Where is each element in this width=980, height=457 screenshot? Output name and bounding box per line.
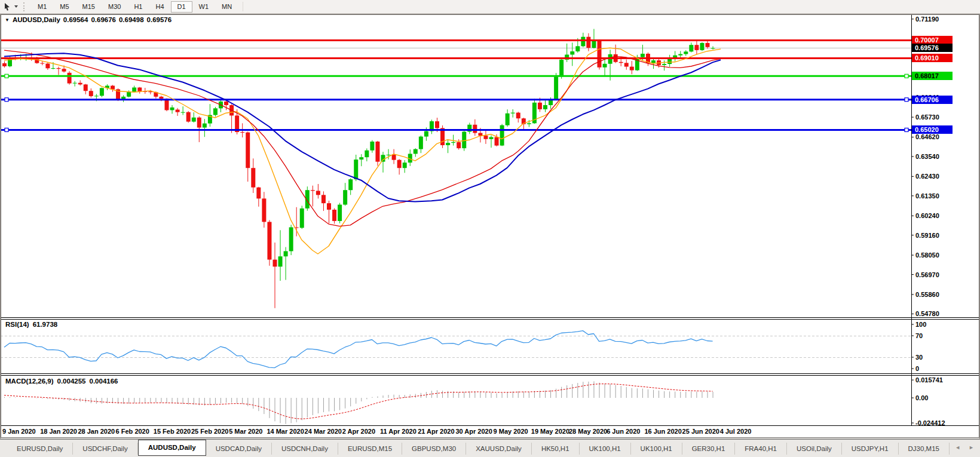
rsi-tick-label: 0 [915, 364, 919, 373]
date-tick-label: 15 Feb 2020 [154, 428, 191, 435]
timeframe-button-h4[interactable]: H4 [149, 1, 170, 13]
price-tick-label: 0.60240 [915, 211, 939, 220]
timeframe-button-h1[interactable]: H1 [127, 1, 149, 13]
price-tick-label: 0.58050 [915, 251, 939, 259]
chart-title: ▼AUDUSD,Daily0.695640.696760.694980.6957… [5, 16, 174, 23]
price-tick-label: 0.63540 [915, 152, 939, 161]
price-level-badge: 0.65020 [912, 125, 953, 134]
price-tick-label: 0.61350 [915, 192, 939, 200]
rsi-name: RSI(14) [5, 321, 29, 328]
timeframe-toolbar: M1M5M15M30H1H4D1W1MN [0, 0, 980, 14]
toolbar-grip[interactable] [23, 2, 26, 11]
symbol-dropdown-icon[interactable]: ▼ [5, 17, 10, 23]
date-tick-label: 18 Jan 2020 [40, 428, 77, 435]
price-level-badge: 0.69010 [912, 54, 953, 62]
chart-tab-audusd-daily[interactable]: AUDUSD,Daily [138, 440, 206, 456]
date-tick-label: 24 Mar 2020 [305, 428, 342, 435]
date-tick-label: 28 May 2020 [569, 428, 607, 435]
timeframe-button-m1[interactable]: M1 [31, 1, 53, 13]
price-tick-label: 0.55860 [915, 290, 939, 299]
trading-platform-window: M1M5M15M30H1H4D1W1MN ▼AUDUSD,Daily0.6956… [0, 0, 980, 457]
date-tick-label: 19 May 2020 [531, 428, 569, 435]
price-tick-label: 0.62430 [915, 172, 939, 180]
chart-tab-ger30-h1[interactable]: GER30,H1 [682, 443, 736, 455]
price-tick-label: 0.54780 [915, 309, 939, 318]
rsi-tick-label: 30 [915, 353, 923, 361]
date-tick-label: 14 Mar 2020 [267, 428, 304, 435]
cursor-tool-button[interactable] [0, 1, 21, 13]
rsi-tick-label: 100 [915, 320, 926, 329]
date-tick-label: 9 May 2020 [494, 428, 528, 435]
chart-tab-uk100-h1[interactable]: UK100,H1 [580, 443, 631, 455]
chart-tab-gbpusd-m30[interactable]: GBPUSD,M30 [402, 443, 466, 455]
date-tick-label: 25 Feb 2020 [191, 428, 228, 435]
chart-tab-usdjpy-h1[interactable]: USDJPY,H1 [842, 443, 899, 455]
macd-tick-label: -0.024412 [915, 419, 945, 427]
chart-tab-hk50-h1[interactable]: HK50,H1 [532, 443, 580, 455]
ohlc-high: 0.69676 [91, 16, 116, 23]
tab-scroll-controls: ◄ ► [955, 444, 974, 450]
timeframe-button-m5[interactable]: M5 [53, 1, 75, 13]
ohlc-close: 0.69576 [147, 16, 172, 23]
date-tick-label: 2 Apr 2020 [342, 428, 375, 435]
chart-tab-xauusd-daily[interactable]: XAUUSD,Daily [466, 443, 532, 455]
chart-tab-bar: EURUSD,DailyUSDCHF,DailyAUDUSD,DailyUSDC… [0, 439, 980, 457]
timeframe-button-w1[interactable]: W1 [192, 1, 216, 13]
chart-tab-uk100-h1[interactable]: UK100,H1 [631, 443, 682, 455]
chart-tab-usdcnh-daily[interactable]: USDCNH,Daily [272, 443, 338, 455]
date-tick-label: 4 Jul 2020 [720, 428, 752, 435]
price-tick-label: 0.59160 [915, 231, 939, 240]
timeframe-button-d1[interactable]: D1 [171, 1, 192, 13]
chart-tab-usdcad-daily[interactable]: USDCAD,Daily [206, 443, 272, 455]
toolbar-separator [243, 2, 243, 11]
rsi-tick-label: 70 [915, 332, 923, 340]
date-tick-label: 28 Jan 2020 [78, 428, 115, 435]
chart-tab-usdchf-daily[interactable]: USDCHF,Daily [73, 443, 137, 455]
tab-scroll-right-button[interactable]: ► [969, 444, 974, 450]
price-level-badge: 0.70007 [912, 36, 953, 44]
ohlc-low: 0.69498 [119, 16, 144, 23]
price-level-badge: 0.68017 [912, 72, 953, 80]
current-price-badge: 0.69576 [912, 44, 953, 52]
timeframe-button-m30[interactable]: M30 [102, 1, 127, 13]
cursor-arrow-icon [3, 2, 12, 11]
macd-name: MACD(12,26,9) [5, 378, 54, 385]
chart-tab-usoil-daily[interactable]: USOil,Daily [787, 443, 842, 455]
date-tick-label: 6 Feb 2020 [116, 428, 149, 435]
chart-tab-dj30-m15[interactable]: DJ30,M15 [899, 443, 950, 455]
date-tick-label: 9 Jan 2020 [2, 428, 36, 435]
macd-signal-value: 0.004166 [90, 378, 118, 385]
price-tick-label: 0.65730 [915, 113, 939, 121]
chart-canvas[interactable] [1, 14, 979, 438]
date-tick-label: 21 Apr 2020 [418, 428, 454, 435]
chart-window: ▼AUDUSD,Daily0.695640.696760.694980.6957… [0, 14, 980, 439]
macd-tick-label: 0.00 [915, 394, 928, 402]
date-tick-label: 30 Apr 2020 [455, 428, 492, 435]
price-level-badge: 0.66706 [912, 96, 953, 104]
macd-tick-label: 0.015741 [915, 376, 943, 384]
date-tick-label: 16 Jun 2020 [644, 428, 681, 435]
timeframe-button-m15[interactable]: M15 [76, 1, 102, 13]
chart-tab-fra40-h1[interactable]: FRA40,H1 [735, 443, 787, 455]
date-tick-label: 5 Mar 2020 [229, 428, 262, 435]
price-tick-label: 0.56970 [915, 271, 939, 279]
timeframe-buttons: M1M5M15M30H1H4D1W1MN [31, 1, 238, 13]
macd-indicator-label: MACD(12,26,9)0.0042550.004166 [5, 378, 121, 385]
rsi-indicator-label: RSI(14)61.9738 [5, 321, 61, 328]
date-tick-label: 6 Jun 2020 [607, 428, 640, 435]
price-tick-label: 0.64620 [915, 133, 939, 141]
price-tick-label: 0.71190 [915, 15, 939, 23]
tab-scroll-left-button[interactable]: ◄ [955, 444, 960, 450]
timeframe-button-mn[interactable]: MN [215, 1, 238, 13]
macd-main-value: 0.004255 [57, 378, 86, 385]
ohlc-open: 0.69564 [63, 16, 88, 23]
chart-symbol-label: AUDUSD,Daily [13, 16, 60, 23]
dropdown-caret-icon [14, 5, 18, 8]
chart-tab-eurusd-m15[interactable]: EURUSD,M15 [338, 443, 402, 455]
chart-tab-eurusd-daily[interactable]: EURUSD,Daily [7, 443, 73, 455]
date-tick-label: 25 Jun 2020 [682, 428, 719, 435]
date-tick-label: 11 Apr 2020 [380, 428, 416, 435]
rsi-value: 61.9738 [33, 321, 58, 328]
